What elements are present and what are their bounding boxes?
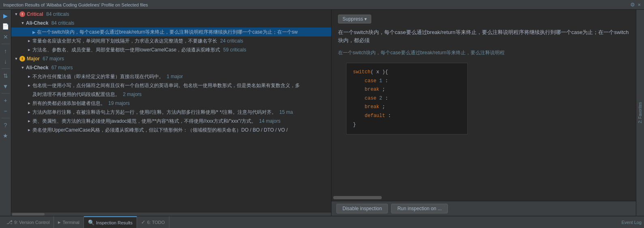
export-down-button[interactable]: ↓ — [1, 57, 10, 66]
inspection-results-label: Inspection Results — [96, 220, 133, 225]
method-naming-label: 方法名、参数名、成员变量、局部变量都统一使用lowerCamelCase，必须遵… — [32, 47, 246, 53]
code-line-4: case 2 : — [353, 94, 461, 103]
class-naming-label: 类名使用UpperCamelCase风格，必须遵从驼峰形式，但以下情形例外：（领… — [32, 127, 288, 134]
tab-terminal[interactable]: ▸ Terminal — [54, 216, 84, 228]
magic-value-label: 不允许任何魔法值（即未经定义的常量）直接出现在代码中。 1 major — [32, 73, 183, 80]
left-toolbar: ▶ 📄 ✕ ↑ ↓ ⇅ ▼ + − ? ★ — [0, 10, 11, 216]
critical-severity-icon: ! — [19, 11, 25, 17]
tree-row-ali-check-major[interactable]: Ali-Check 67 majors — [11, 63, 331, 72]
file-button[interactable]: 📄 — [1, 22, 10, 31]
ali-check-major-arrow — [19, 64, 26, 71]
todo-icon: ✓ — [141, 219, 145, 225]
comment-style-arrow — [26, 109, 32, 115]
tree-row-critical-group[interactable]: ! Critical 84 criticals — [11, 10, 331, 19]
javadoc-label: 类、类属性、类方法的注释必须使用javadoc规范，使用/**内容*/格式，不得… — [32, 118, 280, 125]
expand-button[interactable]: + — [1, 96, 10, 105]
filter-button[interactable]: ▼ — [1, 82, 10, 91]
constant-naming-arrow — [26, 38, 32, 44]
play-button[interactable]: ▶ — [1, 11, 10, 20]
sort-button[interactable]: ⇅ — [1, 71, 10, 80]
code-block: switch( x ){ case 1 : break ; case 2 : b… — [346, 63, 468, 134]
todo-label: 6: TODO — [147, 220, 165, 225]
tree-row-ali-check-critical[interactable]: Ali-Check 84 criticals — [11, 19, 331, 28]
tree-horizontal-scrollbar[interactable] — [11, 213, 331, 216]
tree-row-switch-case[interactable]: ▶ 在一个switch块内，每个case要么通过break/return等来终止… — [11, 28, 331, 36]
collapse-button[interactable]: − — [1, 107, 10, 115]
code-line-7: } — [353, 121, 461, 130]
version-control-icon: ⎇ — [6, 219, 13, 225]
tree-row-package-naming[interactable]: 包名统一使用小写，点分隔符之间有且仅有一个自然语义的英语单词。包名统一使用单数形… — [11, 81, 331, 90]
bottom-right: Event Log — [621, 220, 642, 225]
switch-case-icon: ▶ — [32, 30, 36, 34]
tree-row-javadoc[interactable]: 类、类属性、类方法的注释必须使用javadoc规范，使用/**内容*/格式，不得… — [11, 117, 331, 126]
tab-version-control[interactable]: ⎇ 9: Version Control — [2, 216, 54, 228]
critical-group-arrow — [13, 11, 19, 17]
major-group-label: Major 67 majors — [27, 56, 64, 62]
critical-group-label: Critical 84 criticals — [27, 11, 69, 17]
tree-row-magic-value[interactable]: 不允许任何魔法值（即未经定义的常量）直接出现在代码中。 1 major — [11, 72, 331, 81]
ali-check-critical-label: Ali-Check 84 criticals — [26, 20, 74, 26]
tree-row-comment-style[interactable]: 方法内部单行注释，在被注释语句上方另起一行，使用//注释。方法内部多行注释使用/… — [11, 108, 331, 117]
tab-inspection-results[interactable]: 🔍 Inspection Results — [84, 216, 137, 228]
detail-sub-text: 在一个switch块内，每个case要么通过break/return等来终止，要… — [338, 49, 629, 56]
favorites-bar[interactable]: 2: Favorites — [636, 10, 644, 216]
tree-content[interactable]: ! Critical 84 criticals Ali-Check 84 cri… — [11, 10, 331, 213]
title-bar: Inspection Results of 'Alibaba Coding Gu… — [0, 0, 644, 10]
detail-content: Suppress ▾ 在一个switch块内，每个case要么通过break/r… — [332, 10, 636, 194]
title-text: Inspection Results of 'Alibaba Coding Gu… — [3, 2, 148, 7]
code-line-3: break ; — [353, 85, 461, 94]
bottom-bar: ⎇ 9: Version Control ▸ Terminal 🔍 Inspec… — [0, 216, 644, 228]
tree-row-major-group[interactable]: ! Major 67 majors — [11, 54, 331, 63]
tree-row-constant-naming[interactable]: 常量命名应该全部大写，单词间用下划线隔开，力求语义表达完整清楚，不要嫌名字长 2… — [11, 36, 331, 45]
detail-footer: Disable inspection Run inspection on ... — [332, 201, 636, 216]
toolbar-separator-4 — [2, 118, 10, 118]
ali-check-critical-arrow — [19, 20, 26, 26]
disable-inspection-button[interactable]: Disable inspection — [336, 204, 388, 213]
terminal-icon: ▸ — [58, 219, 61, 225]
close-all-button[interactable]: ✕ — [1, 32, 10, 41]
suppress-bar: Suppress ▾ — [338, 15, 629, 23]
creator-info-label: 所有的类都必须添加创建者信息。 19 majors — [32, 100, 130, 107]
terminal-label: Terminal — [62, 220, 79, 225]
switch-case-label: 在一个switch块内，每个case要么通过break/return等来终止，要… — [37, 29, 297, 36]
detail-scrollbar-thumb[interactable] — [333, 196, 382, 199]
class-naming-arrow — [26, 127, 32, 133]
event-log-link[interactable]: Event Log — [621, 220, 642, 225]
star-button[interactable]: ★ — [1, 131, 10, 140]
tree-row-creator-info[interactable]: 所有的类都必须添加创建者信息。 19 majors — [11, 99, 331, 108]
switch-case-arrow — [26, 29, 32, 35]
tree-row-method-naming[interactable]: 方法名、参数名、成员变量、局部变量都统一使用lowerCamelCase，必须遵… — [11, 45, 331, 54]
settings-icon[interactable]: ⚙ — [630, 2, 635, 8]
code-line-2: case 1 : — [353, 77, 461, 86]
close-window-icon[interactable]: × — [638, 2, 641, 8]
tree-row-cleanup-code[interactable]: 及时清理不再使用的代码段或配置信息。 2 majors — [11, 90, 331, 99]
cleanup-code-label: 及时清理不再使用的代码段或配置信息。 2 majors — [32, 91, 141, 98]
toolbar-separator-1 — [2, 44, 10, 44]
method-naming-arrow — [26, 47, 32, 53]
detail-main-text: 在一个switch块内，每个case要么通过break/return等来终止，要… — [338, 28, 629, 44]
tree-row-class-naming[interactable]: 类名使用UpperCamelCase风格，必须遵从驼峰形式，但以下情形例外：（领… — [11, 126, 331, 134]
tree-scrollbar-thumb — [12, 213, 45, 215]
toolbar-separator-3 — [2, 93, 10, 94]
help-button[interactable]: ? — [1, 121, 10, 130]
major-severity-icon: ! — [19, 56, 25, 62]
toolbar-separator-2 — [2, 68, 10, 69]
detail-scrollbar-area — [332, 194, 636, 201]
export-up-button[interactable]: ↑ — [1, 47, 10, 55]
major-group-arrow — [13, 55, 19, 62]
code-line-1: switch( x ){ — [353, 68, 461, 77]
code-line-6: default : — [353, 112, 461, 121]
main-area: ▶ 📄 ✕ ↑ ↓ ⇅ ▼ + − ? ★ ! Critical 84 crit… — [0, 10, 644, 216]
detail-panel: Suppress ▾ 在一个switch块内，每个case要么通过break/r… — [332, 10, 636, 216]
suppress-button[interactable]: Suppress ▾ — [338, 15, 371, 23]
run-inspection-button[interactable]: Run inspection on ... — [391, 204, 447, 213]
constant-naming-label: 常量命名应该全部大写，单词间用下划线隔开，力求语义表达完整清楚，不要嫌名字长 2… — [32, 38, 243, 45]
javadoc-arrow — [26, 118, 32, 124]
tree-panel: ! Critical 84 criticals Ali-Check 84 cri… — [11, 10, 332, 216]
comment-style-label: 方法内部单行注释，在被注释语句上方另起一行，使用//注释。方法内部多行注释使用/… — [32, 109, 293, 116]
creator-info-arrow — [26, 100, 32, 107]
title-actions: ⚙ × — [630, 2, 641, 8]
inspection-results-icon: 🔍 — [88, 219, 94, 226]
magic-value-arrow — [26, 73, 32, 80]
tab-todo[interactable]: ✓ 6: TODO — [137, 216, 169, 228]
